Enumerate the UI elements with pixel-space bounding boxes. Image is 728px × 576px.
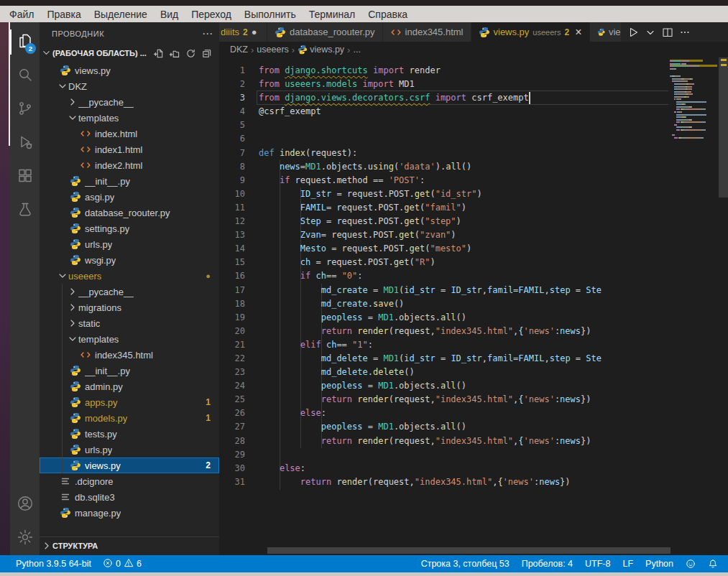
- activity-explorer[interactable]: 2: [10, 25, 40, 59]
- status-item-1[interactable]: Пробелов: 4: [522, 559, 573, 569]
- menu-item-2[interactable]: Выделение: [88, 9, 154, 20]
- tree-item-tests.py[interactable]: tests.py: [40, 426, 219, 442]
- tree-item-index345.html[interactable]: index345.html: [40, 347, 219, 363]
- code-line-1[interactable]: from django.shortcuts import render: [259, 64, 602, 78]
- activity-account[interactable]: [10, 488, 40, 521]
- tree-item-.dcignore[interactable]: .dcignore: [40, 473, 219, 489]
- run-icon[interactable]: [626, 24, 641, 40]
- code-line-31[interactable]: return render(request,"index345.html",{'…: [259, 475, 602, 489]
- feedback-icon[interactable]: [686, 559, 696, 569]
- code-line-14[interactable]: Mesto = request.POST.get("mesto"): [259, 242, 602, 256]
- tab-views.py[interactable]: views.pyuseeers2×: [471, 22, 590, 42]
- code-line-28[interactable]: return render(request,"index345.html",{'…: [259, 435, 602, 448]
- code-line-27[interactable]: peopless = MD1.objects.all(): [259, 420, 602, 434]
- refresh-icon[interactable]: [184, 47, 198, 60]
- code-line-25[interactable]: return render(request,"index345.html",{'…: [259, 393, 602, 407]
- code-line-17[interactable]: md_create = MD1(id_str = ID_str,famil=FA…: [259, 284, 602, 297]
- tree-item-apps.py[interactable]: apps.py1: [40, 394, 219, 410]
- code-line-26[interactable]: else:: [259, 407, 602, 420]
- code-line-6[interactable]: [259, 132, 602, 146]
- code-line-2[interactable]: from useeers.models import MD1: [259, 78, 602, 91]
- breadcrumb-item-useeers[interactable]: useeers: [257, 45, 288, 55]
- run-dropdown-icon[interactable]: [643, 24, 658, 40]
- tree-item-views.py[interactable]: views.py: [40, 62, 219, 78]
- code-line-30[interactable]: else:: [259, 462, 602, 475]
- status-item-2[interactable]: UTF-8: [585, 559, 610, 569]
- code-line-22[interactable]: md_delete = MD1(id_str = ID_str,famil=FA…: [259, 352, 602, 366]
- tree-item-views.py[interactable]: views.py2: [40, 457, 219, 473]
- horizontal-scrollbar-thumb[interactable]: [267, 547, 671, 554]
- menu-item-0[interactable]: Файл: [3, 9, 40, 20]
- code-editor[interactable]: 1234567891011121314151617181920212223242…: [219, 57, 728, 555]
- tree-item-manage.py[interactable]: manage.py: [40, 505, 219, 521]
- breadcrumb-item-DKZ[interactable]: DKZ: [230, 45, 248, 55]
- tree-item-database_roouter.py[interactable]: database_roouter.py: [40, 205, 219, 220]
- collapse-all-icon[interactable]: [200, 47, 213, 60]
- activity-testing[interactable]: [10, 194, 40, 228]
- tree-item-index.html[interactable]: index.html: [40, 126, 219, 141]
- outline-section-header[interactable]: СТРУКТУРА: [40, 536, 219, 554]
- code-line-13[interactable]: Zvan= request.POST.get("zvan"): [259, 228, 602, 242]
- code-line-16[interactable]: if ch== "0":: [259, 269, 602, 283]
- activity-run-debug[interactable]: [10, 126, 40, 160]
- tab-vie[interactable]: vie: [590, 22, 622, 42]
- tab-index345.html[interactable]: index345.html: [383, 22, 471, 42]
- tab-diiits[interactable]: diiits2●: [219, 22, 267, 42]
- tree-item-models.py[interactable]: models.py1: [40, 410, 219, 426]
- tab-database_roouter.py[interactable]: database_roouter.py: [267, 22, 383, 42]
- tree-item-__init__.py[interactable]: __init__.py: [40, 363, 219, 378]
- menu-item-6[interactable]: Терминал: [303, 9, 361, 20]
- tree-item-admin.py[interactable]: admin.py: [40, 378, 219, 394]
- tree-item-templates[interactable]: templates: [40, 110, 219, 126]
- code-line-18[interactable]: md_create.save(): [259, 297, 602, 311]
- tree-item-templates[interactable]: templates: [40, 331, 219, 347]
- tree-item-useeers[interactable]: useeers●: [40, 268, 219, 284]
- tree-item-index1.html[interactable]: index1.html: [40, 141, 219, 157]
- tree-item-urls.py[interactable]: urls.py: [40, 236, 219, 252]
- tree-item-db.sqlite3[interactable]: db.sqlite3: [40, 489, 219, 505]
- code-line-19[interactable]: peopless = MD1.objects.all(): [259, 311, 602, 325]
- code-line-20[interactable]: return render(request,"index345.html",{'…: [259, 325, 602, 338]
- breadcrumb-item-...[interactable]: ...: [353, 45, 360, 55]
- tree-item-settings.py[interactable]: settings.py: [40, 220, 219, 236]
- code-line-29[interactable]: [259, 448, 602, 462]
- new-file-icon[interactable]: [152, 47, 166, 60]
- menu-item-5[interactable]: Выполнить: [238, 9, 303, 20]
- close-icon[interactable]: ×: [575, 27, 581, 38]
- code-line-4[interactable]: @csrf_exempt: [259, 105, 602, 119]
- bell-icon[interactable]: [708, 559, 718, 569]
- tree-item-DKZ[interactable]: DKZ: [40, 78, 219, 94]
- tree-item-index2.html[interactable]: index2.html: [40, 157, 219, 173]
- activity-extensions[interactable]: [10, 160, 40, 194]
- code-line-10[interactable]: ID_str = request.POST.get("id_str"): [259, 187, 602, 201]
- code-line-24[interactable]: peopless = MD1.objects.all(): [259, 379, 602, 393]
- activity-source-control[interactable]: [10, 93, 40, 126]
- activity-settings[interactable]: [10, 521, 40, 555]
- menu-item-4[interactable]: Переход: [185, 9, 238, 20]
- horizontal-scrollbar[interactable]: [267, 547, 671, 554]
- python-interpreter-status[interactable]: Python 3.9.5 64-bit: [16, 559, 91, 569]
- tree-item-migrations[interactable]: migrations: [40, 299, 219, 315]
- vertical-scrollbar-thumb[interactable]: [719, 57, 728, 198]
- status-item-4[interactable]: Python: [645, 559, 673, 569]
- new-folder-icon[interactable]: [168, 47, 182, 60]
- activity-search[interactable]: [10, 59, 40, 93]
- more-actions-icon[interactable]: [678, 24, 693, 40]
- split-editor-icon[interactable]: [660, 24, 676, 40]
- tree-item-static[interactable]: static: [40, 315, 219, 331]
- tree-item-__pycache__[interactable]: __pycache__: [40, 94, 219, 110]
- tree-item-asgi.py[interactable]: asgi.py: [40, 189, 219, 205]
- minimap[interactable]: [668, 57, 719, 287]
- menu-item-7[interactable]: Справка: [361, 9, 414, 20]
- breadcrumb-item-views.py[interactable]: views.py: [298, 45, 344, 55]
- status-item-0[interactable]: Строка 3, столбец 53: [421, 559, 510, 569]
- code-line-3[interactable]: from django.views.decorators.csrf import…: [259, 91, 602, 105]
- vertical-scrollbar[interactable]: [719, 57, 728, 555]
- sidebar-more-actions-icon[interactable]: ⋯: [202, 27, 213, 40]
- code-line-15[interactable]: ch = request.POST.get("R"): [259, 256, 602, 269]
- tree-item-__init__.py[interactable]: __init__.py: [40, 173, 219, 189]
- code-line-12[interactable]: Step = request.POST.get("step"): [259, 215, 602, 228]
- code-line-7[interactable]: def index(request):: [259, 147, 602, 160]
- menu-item-3[interactable]: Вид: [154, 9, 185, 20]
- status-item-3[interactable]: LF: [622, 559, 633, 569]
